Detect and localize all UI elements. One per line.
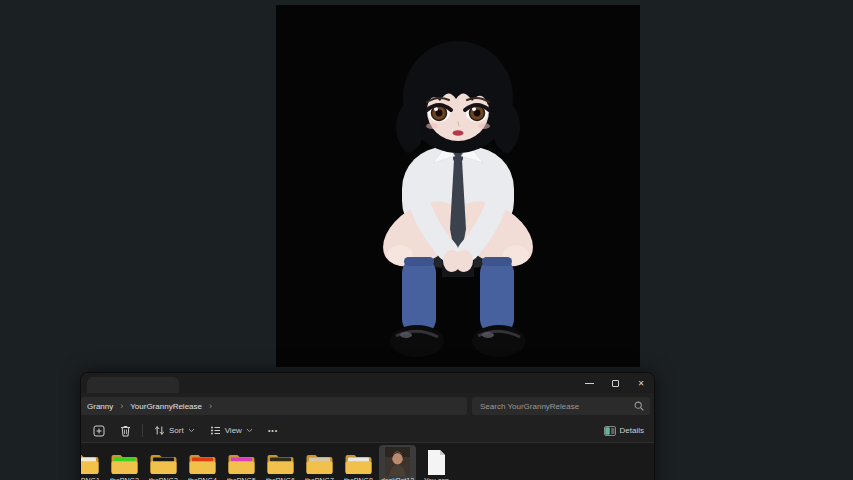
folder-icon bbox=[227, 446, 256, 476]
file-item[interactable]: thePNG1 bbox=[81, 445, 104, 480]
more-options-button[interactable]: ••• bbox=[264, 424, 282, 437]
folder-icon bbox=[81, 446, 100, 476]
toolbar: Sort View ••• bbox=[81, 419, 654, 443]
address-bar: Granny › YourGrannyRelease › bbox=[81, 393, 654, 419]
new-item-button[interactable] bbox=[89, 422, 109, 440]
character-image bbox=[276, 5, 640, 367]
file-item[interactable]: You can bbox=[418, 445, 455, 480]
image-viewer[interactable] bbox=[276, 5, 640, 367]
chevron-down-icon bbox=[188, 428, 195, 433]
folder-icon bbox=[266, 446, 295, 476]
close-button[interactable]: ✕ bbox=[628, 373, 654, 393]
details-toggle-button[interactable]: Details bbox=[604, 426, 644, 436]
file-item[interactable]: thePNG2 bbox=[106, 445, 143, 480]
toolbar-divider bbox=[142, 424, 143, 437]
file-item[interactable]: thePNG4 bbox=[184, 445, 221, 480]
file-item[interactable]: thePNG8 bbox=[340, 445, 377, 480]
chevron-down-icon bbox=[246, 428, 253, 433]
details-label: Details bbox=[620, 426, 644, 435]
sort-button[interactable]: Sort bbox=[150, 422, 199, 439]
folder-icon bbox=[305, 446, 334, 476]
trash-icon bbox=[120, 425, 131, 437]
minimize-button[interactable] bbox=[576, 373, 602, 393]
delete-button[interactable] bbox=[116, 422, 135, 440]
view-label: View bbox=[225, 426, 242, 435]
document-icon bbox=[426, 446, 447, 476]
breadcrumb-item-yourgrannyrelease[interactable]: YourGrannyRelease bbox=[130, 402, 202, 411]
search-input[interactable] bbox=[472, 402, 650, 411]
view-button[interactable]: View bbox=[206, 422, 257, 439]
sort-icon bbox=[154, 425, 165, 436]
breadcrumb[interactable]: Granny › YourGrannyRelease › bbox=[81, 397, 467, 415]
file-item[interactable]: deskPet12 bbox=[379, 445, 416, 480]
folder-icon bbox=[344, 446, 373, 476]
maximize-icon bbox=[612, 380, 619, 387]
file-item[interactable]: thePNG7 bbox=[301, 445, 338, 480]
minimize-icon bbox=[585, 383, 594, 384]
folder-icon bbox=[149, 446, 178, 476]
folder-icon bbox=[188, 446, 217, 476]
file-explorer-window: ✕ Granny › YourGrannyRelease › bbox=[80, 372, 655, 480]
chevron-right-icon: › bbox=[209, 402, 212, 411]
chevron-right-icon: › bbox=[120, 402, 123, 411]
file-item[interactable]: thePNG5 bbox=[223, 445, 260, 480]
folder-icon bbox=[110, 446, 139, 476]
file-list: thePNG1 thePNG2 thePNG3 thePNG4 thePNG5 … bbox=[81, 443, 654, 480]
close-icon: ✕ bbox=[638, 379, 645, 388]
sort-label: Sort bbox=[169, 426, 184, 435]
new-item-icon bbox=[93, 425, 105, 437]
view-icon bbox=[210, 425, 221, 436]
image-thumbnail bbox=[385, 446, 410, 476]
window-controls: ✕ bbox=[576, 373, 654, 393]
details-icon bbox=[604, 426, 616, 436]
file-item[interactable]: thePNG3 bbox=[145, 445, 182, 480]
explorer-tab[interactable] bbox=[87, 377, 179, 393]
search-box[interactable] bbox=[472, 397, 650, 415]
search-icon bbox=[634, 401, 644, 411]
more-icon: ••• bbox=[268, 427, 278, 434]
maximize-button[interactable] bbox=[602, 373, 628, 393]
desktop: ✕ Granny › YourGrannyRelease › bbox=[0, 0, 853, 480]
file-item[interactable]: thePNG6 bbox=[262, 445, 299, 480]
titlebar: ✕ bbox=[81, 373, 654, 393]
breadcrumb-item-granny[interactable]: Granny bbox=[87, 402, 113, 411]
